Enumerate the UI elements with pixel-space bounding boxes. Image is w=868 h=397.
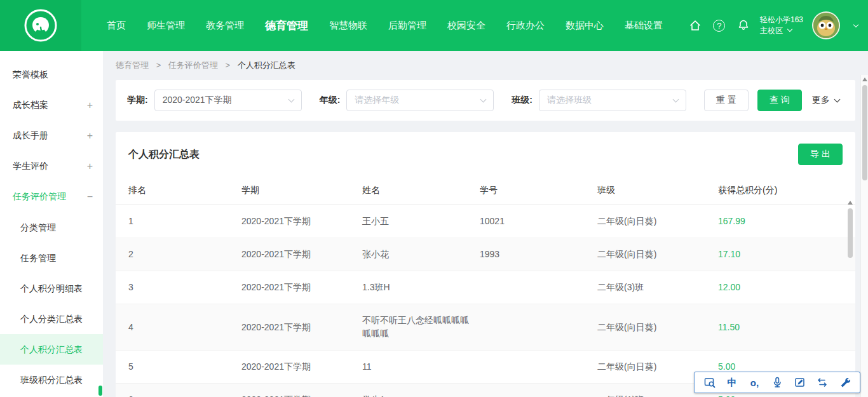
ime-handwriting-icon[interactable] (792, 375, 808, 390)
reset-button[interactable]: 重 置 (704, 90, 749, 111)
sidebar-item-label: 学生评价 (13, 161, 48, 172)
breadcrumb: 德育管理 > 任务评价管理 > 个人积分汇总表 (103, 51, 868, 80)
class-select[interactable]: 请选择班级 (539, 90, 686, 111)
cell-rank: 2 (116, 238, 241, 271)
cell-rank: 6 (116, 384, 241, 397)
chevron-down-icon (834, 97, 840, 103)
nav-item-data-center[interactable]: 数据中心 (566, 20, 604, 32)
table-row[interactable]: 1 2020-2021下学期 王小五 10021 二年级(向日葵) 167.99 (116, 205, 855, 238)
breadcrumb-separator: > (156, 60, 161, 70)
nav-item-academic[interactable]: 教务管理 (206, 20, 244, 32)
owl-avatar-icon (813, 13, 839, 38)
page-scrollbar-thumb[interactable] (862, 85, 867, 180)
class-filter: 班级: 请选择班级 (512, 90, 686, 111)
nav-item-logistics[interactable]: 后勤管理 (388, 20, 426, 32)
sidebar-item-label: 成长手册 (13, 130, 48, 142)
ime-toolbar[interactable]: 中 o, (694, 372, 860, 393)
top-header: 首页 师生管理 教务管理 德育管理 智慧物联 后勤管理 校园安全 行政办公 数据… (0, 0, 868, 51)
ime-voice-icon[interactable] (770, 375, 785, 390)
cell-student-id (480, 351, 597, 384)
sidebar-item-label: 成长档案 (13, 100, 48, 111)
sidebar-item-growth-handbook[interactable]: 成长手册 + (0, 121, 103, 151)
nav-item-staff-students[interactable]: 师生管理 (147, 20, 185, 32)
semester-filter: 学期: 2020-2021下学期 (127, 90, 302, 111)
cell-student-id: 1993 (480, 238, 597, 271)
scroll-up-arrow-icon[interactable] (848, 201, 853, 205)
sidebar-subitem-personal-score-summary[interactable]: 个人积分汇总表 (0, 334, 103, 365)
ime-punctuation-icon[interactable]: o, (747, 375, 763, 390)
school-switcher[interactable]: 轻松小学163 主校区 (760, 15, 803, 37)
ime-language-mode-icon[interactable]: 中 (724, 375, 740, 390)
content: 德育管理 > 任务评价管理 > 个人积分汇总表 学期: 2020-2021下学期… (103, 51, 868, 397)
filter-bar: 学期: 2020-2021下学期 年级: 请选择年级 班级: 请选择班级 重 置… (116, 80, 855, 121)
cell-class: 二年级(向日葵) (597, 205, 718, 238)
class-placeholder: 请选择班级 (547, 95, 592, 106)
grade-select[interactable]: 请选择年级 (346, 90, 494, 111)
semester-select[interactable]: 2020-2021下学期 (154, 90, 302, 111)
sidebar-item-student-evaluation[interactable]: 学生评价 + (0, 151, 103, 182)
header-right: ? 轻松小学163 主校区 (688, 11, 868, 39)
breadcrumb-separator: > (225, 60, 230, 70)
breadcrumb-item-task-evaluation[interactable]: 任务评价管理 (168, 60, 218, 70)
sidebar-subitem-category-mgmt[interactable]: 分类管理 (0, 212, 103, 243)
table-row[interactable]: 2 2020-2021下学期 张小花 1993 二年级(向日葵) 17.10 (116, 238, 855, 271)
column-header-student-id: 学号 (480, 177, 597, 205)
cell-semester: 2020-2021下学期 (241, 304, 362, 351)
sidebar-subitem-class-score-summary[interactable]: 班级积分汇总表 (0, 365, 103, 395)
nav-item-campus-safety[interactable]: 校园安全 (447, 20, 485, 32)
semester-label: 学期: (127, 95, 148, 106)
ime-width-switch-icon[interactable] (815, 375, 830, 390)
logo[interactable] (0, 0, 81, 51)
school-name: 轻松小学163 (760, 15, 803, 25)
search-button[interactable]: 查 询 (757, 90, 802, 111)
help-icon[interactable]: ? (712, 18, 727, 33)
grade-filter: 年级: 请选择年级 (320, 90, 494, 111)
sidebar-subitem-personal-score-detail[interactable]: 个人积分明细表 (0, 273, 103, 304)
nav-item-moral-education[interactable]: 德育管理 (265, 18, 308, 33)
nav-item-admin-office[interactable]: 行政办公 (506, 20, 545, 32)
home-icon[interactable] (688, 18, 703, 33)
sidebar-scrollbar-thumb[interactable] (98, 386, 102, 396)
cell-semester: 2020-2021下学期 (241, 238, 362, 271)
cell-total-score: 12.00 (718, 271, 855, 304)
table-row[interactable]: 3 2020-2021下学期 1.3班H 二年级(3)班 12.00 (116, 271, 855, 304)
sidebar-subitem-personal-category-summary[interactable]: 个人分类汇总表 (0, 304, 103, 334)
more-toggle[interactable]: 更多 (812, 95, 839, 106)
cell-name: 王小五 (362, 205, 480, 238)
cell-name: 11 (362, 351, 480, 384)
chevron-down-icon (480, 97, 487, 103)
cell-rank: 5 (116, 351, 241, 384)
export-button[interactable]: 导 出 (798, 144, 843, 165)
page-scrollbar[interactable] (860, 75, 868, 397)
ime-pad-icon[interactable] (702, 375, 717, 390)
avatar[interactable] (812, 11, 840, 39)
cell-total-score: 11.50 (718, 304, 855, 351)
sidebar-subitem-task-mgmt[interactable]: 任务管理 (0, 243, 103, 273)
expand-plus-icon: + (87, 161, 93, 172)
cell-student-id (480, 304, 597, 351)
cell-student-id (480, 384, 597, 397)
card-head: 个人积分汇总表 导 出 (116, 132, 855, 177)
cell-semester: 2020-2021下学期 (241, 384, 362, 397)
table-scrollbar-thumb[interactable] (848, 208, 853, 258)
nav-item-home[interactable]: 首页 (107, 20, 126, 32)
cell-semester: 2020-2021下学期 (241, 205, 362, 238)
sidebar-item-task-evaluation[interactable]: 任务评价管理 − (0, 182, 103, 212)
bell-icon[interactable] (736, 18, 751, 33)
nav-item-smart-iot[interactable]: 智慧物联 (329, 20, 367, 32)
table-scrollbar[interactable] (846, 198, 854, 397)
nav-item-basic-settings[interactable]: 基础设置 (625, 20, 663, 32)
cell-class: 二年级(3)班 (597, 271, 718, 304)
sidebar-item-honor-templates[interactable]: 荣誉模板 (0, 60, 103, 90)
avatar-caret-icon[interactable] (853, 22, 858, 27)
breadcrumb-item-moral-education[interactable]: 德育管理 (116, 60, 149, 70)
sidebar-item-growth-archive[interactable]: 成长档案 + (0, 90, 103, 121)
column-header-name: 姓名 (362, 177, 480, 205)
more-label: 更多 (812, 95, 830, 106)
table-row[interactable]: 4 2020-2021下学期 不听不听王八念经呱呱呱呱呱呱呱 二年级(向日葵) … (116, 304, 855, 351)
sidebar-item-label: 任务评价管理 (13, 191, 66, 203)
help-badge: ? (713, 20, 725, 32)
sidebar: 荣誉模板 成长档案 + 成长手册 + 学生评价 + 任务评价管理 − 分类管理 … (0, 51, 103, 397)
ime-settings-wrench-icon[interactable] (837, 375, 853, 390)
scroll-up-arrow-icon[interactable] (862, 77, 867, 81)
